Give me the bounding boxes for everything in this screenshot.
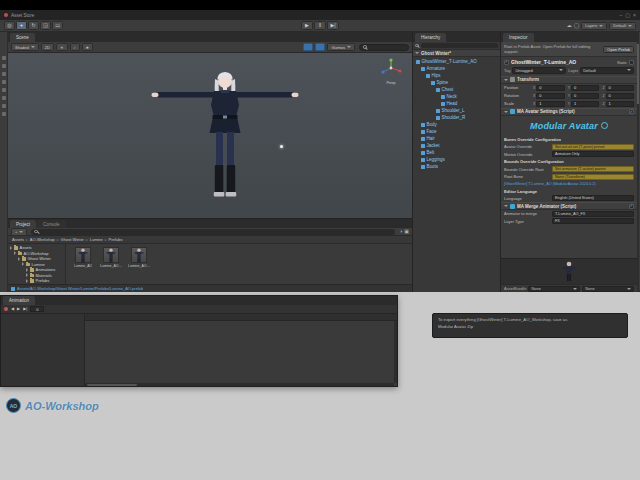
tool-accent-button-1[interactable] [303,43,313,51]
horizontal-scrollbar[interactable] [85,383,394,386]
strip-icon[interactable] [2,96,6,100]
x-field[interactable]: 0 [536,85,564,91]
asset-item[interactable]: Lumine_AO_Quest [128,247,150,268]
active-checkbox[interactable]: ✓ [504,60,509,65]
hierarchy-item[interactable]: Armature [413,65,500,72]
y-field[interactable]: 1 [571,101,599,107]
x-field[interactable]: 0 [536,93,564,99]
close-button[interactable]: × [633,13,636,18]
visibility-icon[interactable]: ◑ [399,229,402,234]
expand-arrow-icon[interactable] [26,273,28,277]
maximize-button[interactable]: ▢ [625,13,630,18]
strip-icon[interactable] [2,56,6,60]
expand-arrow-icon[interactable] [26,279,28,283]
expand-arrow-icon[interactable] [18,257,20,261]
breadcrumb-item[interactable]: Lumine [90,237,103,242]
layout-dropdown[interactable]: Default [609,22,636,30]
tab-inspector[interactable]: Inspector [503,33,534,42]
play-icon[interactable]: ▶ [17,307,20,311]
asset-item[interactable]: Lumine_AO_PC [100,247,122,268]
hierarchy-item[interactable]: Shoulder_R [413,114,500,121]
property-value-field[interactable]: T-Lumine_AO_FX [552,211,634,217]
asset-preview-panel[interactable] [501,258,637,284]
transform-component-header[interactable]: Transform [501,76,637,84]
strip-icon[interactable] [2,88,6,92]
rotate-tool[interactable]: ↻ [28,21,39,30]
audio-toggle[interactable]: ♪ [70,43,80,51]
play-button[interactable]: ▶ [301,21,313,30]
step-button[interactable]: ▶| [327,21,339,30]
y-field[interactable]: 0 [571,93,599,99]
breadcrumb-item[interactable]: Prefabs [109,237,123,242]
hierarchy-item[interactable]: Body [413,121,500,128]
foldout-icon[interactable] [415,52,419,54]
expand-arrow-icon[interactable] [14,251,16,255]
scene-orientation-gizmo[interactable]: Persp [378,57,404,85]
foldout-icon[interactable] [504,205,508,207]
hierarchy-item[interactable]: Face [413,128,500,135]
scene-search[interactable] [359,44,409,51]
hierarchy-item[interactable]: Shoulder_L [413,107,500,114]
pause-button[interactable]: ‖ [314,21,326,30]
tag-dropdown[interactable]: Untagged [512,67,566,74]
light-gizmo-icon[interactable] [280,145,283,148]
ma-component-header[interactable]: MA Avatar Settings (Script) ✓ [501,108,637,116]
hierarchy-search-input[interactable] [421,43,499,49]
strip-icon[interactable] [2,64,6,68]
expand-arrow-icon[interactable] [26,268,28,272]
scene-header-row[interactable]: Ghost Winter* [413,50,500,57]
tab-hierarchy[interactable]: Hierarchy [415,33,446,42]
timeline-ruler[interactable] [85,314,397,321]
dopesheet-grid[interactable] [85,321,394,383]
tab-scene[interactable]: Scene [10,33,35,42]
project-search-input[interactable] [31,229,395,235]
vertical-scrollbar[interactable] [394,321,397,383]
hierarchy-item[interactable]: Jacket [413,142,500,149]
hand-tool[interactable]: ◎ [4,21,15,30]
lock-icon[interactable]: ▣ [404,229,409,234]
merge-animator-header[interactable]: MA Merge Animator (Script) ✓ [501,202,637,210]
property-value-field[interactable]: Set out-of-set (T-pose) preset [552,144,634,150]
account-icon[interactable]: ◯ [574,23,580,28]
hierarchy-item[interactable]: Hair [413,135,500,142]
foldout-icon[interactable] [504,111,508,113]
z-field[interactable]: 0 [606,93,634,99]
breadcrumb-item[interactable]: Ghost Winter [61,237,84,242]
strip-icon[interactable] [2,72,6,76]
scene-viewport[interactable]: Persp [8,53,412,218]
frame-field[interactable]: 0 [30,306,44,312]
lighting-toggle[interactable]: ☀ [56,43,68,51]
property-value-field[interactable]: None (Transform) [552,174,634,180]
tab-animation[interactable]: Animation [3,296,35,305]
cloud-icon[interactable]: ☁ [567,23,572,28]
2d-toggle[interactable]: 2D [41,43,54,51]
hierarchy-item[interactable]: Chest [413,86,500,93]
rect-tool[interactable]: ▭ [52,21,63,30]
expand-arrow-icon[interactable] [10,246,12,250]
projection-label[interactable]: Persp [378,81,404,85]
strip-icon[interactable] [2,112,6,116]
hierarchy-item[interactable]: Head [413,100,500,107]
scale-tool[interactable]: ◲ [40,21,51,30]
x-field[interactable]: 1 [536,101,564,107]
hierarchy-item[interactable]: Boots [413,163,500,170]
tab-project[interactable]: Project [10,220,36,228]
z-field[interactable]: 1 [606,101,634,107]
layer-dropdown[interactable]: Default [580,67,634,74]
open-prefab-button[interactable]: Open Prefab [603,46,634,53]
tab-console[interactable]: Console [37,220,66,228]
asset-item[interactable]: Lumine_AO [72,247,94,268]
tool-accent-button-2[interactable] [315,43,325,51]
strip-icon[interactable] [2,104,6,108]
foldout-icon[interactable] [504,79,508,81]
gizmos-dropdown[interactable]: Gizmos [327,43,355,51]
gameobject-name[interactable]: GhostWinter_T-Lumine_AO [511,59,615,65]
breadcrumb-item[interactable]: Assets [12,237,24,242]
hierarchy-item[interactable]: Belt [413,149,500,156]
next-key-icon[interactable]: ▶| [23,307,27,311]
property-value-field[interactable]: Armature Only [552,151,634,157]
hierarchy-item[interactable]: Spine [413,79,500,86]
effects-toggle[interactable]: ★ [82,43,94,51]
language-dropdown[interactable]: English (United States) [552,195,634,201]
property-value-field[interactable]: Set armature (T-active) parent [552,166,634,172]
